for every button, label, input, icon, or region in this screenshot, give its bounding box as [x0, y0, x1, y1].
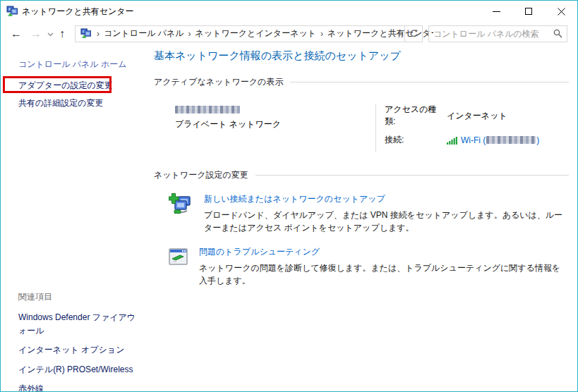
- task-setup-new-connection: 新しい接続またはネットワークのセットアップ ブロードバンド、ダイヤルアップ、また…: [154, 193, 569, 234]
- chevron-down-icon: [47, 32, 54, 37]
- window-title: ネットワークと共有センター: [22, 6, 134, 18]
- breadcrumb-item-network-sharing-center[interactable]: ネットワークと共有センター: [327, 26, 440, 41]
- breadcrumb-separator: ›: [185, 29, 195, 39]
- change-settings-header: ネットワーク設定の変更: [154, 169, 569, 181]
- up-button[interactable]: ↑: [55, 25, 69, 42]
- active-network-identity: プライベート ネットワーク: [154, 104, 375, 152]
- close-button[interactable]: [545, 1, 577, 22]
- network-app-icon: [6, 6, 18, 17]
- troubleshoot-problems-description: ネットワークの問題を診断して修復します。または、トラブルシューティングに関する情…: [199, 262, 569, 287]
- redacted-network-name: [175, 106, 240, 114]
- wifi-signal-icon: [447, 136, 458, 145]
- active-networks-header-label: アクティブなネットワークの表示: [154, 76, 283, 88]
- history-dropdown-button[interactable]: [46, 26, 55, 42]
- back-button[interactable]: ←: [6, 25, 26, 42]
- wifi-connection-link[interactable]: Wi-Fi ( ): [447, 135, 539, 145]
- minimize-button[interactable]: [480, 1, 512, 22]
- search-box: [428, 25, 567, 42]
- redacted-ssid: [486, 136, 536, 144]
- task-troubleshoot-problems: 問題のトラブルシューティング ネットワークの問題を診断して修復します。または、ト…: [154, 246, 569, 287]
- refresh-button[interactable]: [405, 25, 423, 42]
- see-also-header: 関連項目: [18, 291, 144, 303]
- access-type-value: インターネット: [447, 110, 507, 122]
- setup-new-connection-description: ブロードバンド、ダイヤルアップ、または VPN 接続をセットアップします。あるい…: [204, 209, 569, 234]
- wifi-link-suffix: ): [536, 135, 539, 145]
- breadcrumb-separator: ›: [93, 29, 103, 39]
- network-sharing-center-window: ネットワークと共有センター ← → ↑: [0, 0, 578, 392]
- minimize-icon: [493, 11, 500, 12]
- breadcrumb: › コントロール パネル › ネットワークとインターネット › ネットワークと共…: [75, 25, 405, 42]
- breadcrumb-item-network-internet[interactable]: ネットワークとインターネット: [195, 26, 317, 41]
- task-body: 新しい接続またはネットワークのセットアップ ブロードバンド、ダイヤルアップ、また…: [193, 193, 569, 234]
- setup-new-connection-link[interactable]: 新しい接続またはネットワークのセットアップ: [204, 193, 569, 205]
- sidebar-item-control-panel-home[interactable]: コントロール パネル ホーム: [18, 59, 126, 71]
- caption-buttons: [480, 1, 577, 22]
- breadcrumb-separator: ›: [317, 29, 327, 39]
- navigation-toolbar: ← → ↑ › コントロール パネル › ネットワークとインターネット › ネッ…: [1, 22, 577, 45]
- section-rule: [290, 82, 569, 82]
- troubleshoot-problems-link[interactable]: 問題のトラブルシューティング: [199, 246, 569, 258]
- new-connection-icon: [154, 193, 193, 234]
- search-input[interactable]: [433, 29, 553, 39]
- access-type-label: アクセスの種類:: [385, 104, 447, 128]
- connection-label: 接続:: [385, 134, 447, 146]
- see-also-section: 関連項目 Windows Defender ファイアウォール インターネット オ…: [18, 291, 144, 392]
- breadcrumb-item-control-panel[interactable]: コントロール パネル: [103, 26, 185, 41]
- maximize-icon: [525, 8, 532, 15]
- sidebar-item-intel-proset-wireless[interactable]: インテル(R) PROSet/Wireless: [18, 363, 144, 376]
- sidebar-item-infrared[interactable]: 赤外線: [18, 382, 144, 392]
- network-location-icon: [80, 28, 91, 39]
- network-type-label: プライベート ネットワーク: [175, 118, 375, 130]
- section-rule: [255, 175, 569, 176]
- sidebar-item-internet-options[interactable]: インターネット オプション: [18, 343, 144, 357]
- active-network-panel: プライベート ネットワーク アクセスの種類: インターネット 接続:: [154, 104, 569, 152]
- sidebar-item-windows-defender-firewall[interactable]: Windows Defender ファイアウォール: [18, 311, 144, 337]
- active-networks-header: アクティブなネットワークの表示: [154, 76, 569, 88]
- maximize-button[interactable]: [512, 1, 545, 22]
- search-icon[interactable]: [553, 29, 562, 38]
- troubleshoot-icon: [154, 246, 188, 287]
- sidebar-item-change-adapter-settings[interactable]: アダプターの設定の変更: [18, 80, 113, 92]
- close-icon: [558, 8, 565, 16]
- main-content: 基本ネットワーク情報の表示と接続のセットアップ アクティブなネットワークの表示 …: [154, 45, 569, 391]
- change-settings-header-label: ネットワーク設定の変更: [154, 169, 248, 181]
- active-network-details: アクセスの種類: インターネット 接続: Wi-Fi (: [375, 104, 569, 152]
- sidebar-item-change-advanced-sharing[interactable]: 共有の詳細設定の変更: [18, 97, 104, 109]
- sidebar: コントロール パネル ホーム アダプターの設定の変更 共有の詳細設定の変更 関連…: [1, 45, 154, 391]
- refresh-icon: [409, 29, 419, 38]
- wifi-link-prefix: Wi-Fi (: [461, 135, 486, 145]
- connection-row: 接続: Wi-Fi ( ): [385, 134, 569, 146]
- task-body: 問題のトラブルシューティング ネットワークの問題を診断して修復します。または、ト…: [188, 246, 569, 287]
- title-bar: ネットワークと共有センター: [1, 1, 577, 22]
- page-title: 基本ネットワーク情報の表示と接続のセットアップ: [154, 49, 569, 63]
- forward-button[interactable]: →: [26, 25, 46, 42]
- access-type-row: アクセスの種類: インターネット: [385, 104, 569, 128]
